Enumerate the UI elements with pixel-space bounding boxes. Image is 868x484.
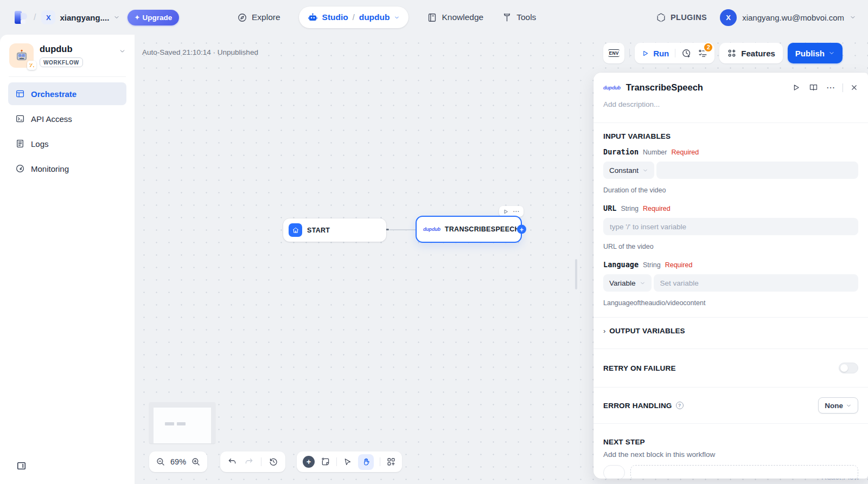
sidebar-item-label: Orchestrate xyxy=(31,89,76,99)
field-type: String xyxy=(621,205,639,212)
env-button[interactable]: ENV xyxy=(603,43,624,63)
nav-tools[interactable]: Tools xyxy=(502,12,536,23)
plugins-label: PLUGINS xyxy=(671,13,707,22)
node-start[interactable]: START xyxy=(283,218,386,242)
sidebar-item-orchestrate[interactable]: Orchestrate xyxy=(8,82,126,105)
zoom-level[interactable]: 69% xyxy=(170,457,186,466)
chevron-down-icon[interactable] xyxy=(394,15,400,21)
duration-value-input[interactable] xyxy=(656,162,858,179)
run-label: Run xyxy=(653,49,669,58)
user-email: xiangyang.wu@mobvoi.com xyxy=(742,13,844,22)
document-icon xyxy=(15,139,25,149)
node-play-icon[interactable] xyxy=(503,209,509,215)
chevron-down-icon xyxy=(640,280,646,286)
panel-resize-handle[interactable] xyxy=(575,259,577,289)
divider xyxy=(9,76,126,77)
chevron-down-icon xyxy=(828,50,835,56)
add-note-icon[interactable] xyxy=(321,457,330,467)
sidebar-item-api-access[interactable]: API Access xyxy=(8,107,126,130)
upgrade-button[interactable]: ✦ Upgrade xyxy=(127,10,179,25)
node-toolbar: ⋯ xyxy=(499,206,524,217)
close-icon[interactable] xyxy=(850,83,858,92)
add-block-button[interactable]: + xyxy=(303,456,315,468)
duration-mode-dropdown[interactable]: Constant xyxy=(603,162,654,179)
workspace-avatar: X xyxy=(41,10,55,24)
app-logo[interactable] xyxy=(13,10,28,25)
features-button[interactable]: Features xyxy=(719,43,783,63)
panel-play-icon[interactable] xyxy=(792,83,801,92)
divider xyxy=(675,49,675,57)
pointer-icon[interactable] xyxy=(343,457,352,467)
zoom-out-icon[interactable] xyxy=(156,457,165,467)
node-more-icon[interactable]: ⋯ xyxy=(513,208,520,215)
chevron-down-icon xyxy=(113,14,120,21)
field-help: Languageoftheaudio/videocontent xyxy=(603,299,858,307)
undo-icon[interactable] xyxy=(227,457,237,467)
field-help: Duration of the video xyxy=(603,186,858,194)
divider xyxy=(843,83,843,92)
sidebar-item-monitoring[interactable]: Monitoring xyxy=(8,157,126,180)
orchestrate-icon xyxy=(15,89,25,99)
language-value-input[interactable] xyxy=(654,274,858,292)
nav-plugins[interactable]: PLUGINS xyxy=(656,12,707,23)
sparkle-icon: ✦ xyxy=(135,14,139,21)
breadcrumb-slash: / xyxy=(34,12,36,22)
robot-icon xyxy=(308,12,318,23)
add-next-block-dropzone[interactable] xyxy=(630,465,858,479)
add-next-node-button[interactable]: + xyxy=(517,225,526,234)
user-avatar: X xyxy=(720,9,737,26)
run-button[interactable]: Run xyxy=(641,49,669,58)
hand-tool-icon[interactable] xyxy=(358,454,374,470)
nav-explore[interactable]: Explore xyxy=(237,12,280,23)
organize-blocks-icon[interactable] xyxy=(386,457,396,467)
collapse-sidebar-icon[interactable] xyxy=(16,461,27,471)
nav-studio[interactable]: Studio / dupdub xyxy=(299,7,409,28)
zoom-toolbar: 69% xyxy=(149,451,207,472)
url-value-input[interactable] xyxy=(603,218,858,235)
dupdub-logo: dupdub xyxy=(423,227,441,232)
redo-icon[interactable] xyxy=(244,457,254,467)
nav-knowledge[interactable]: Knowledge xyxy=(427,12,483,23)
hammer-icon xyxy=(502,12,512,23)
app-type-badge: WORKFLOW xyxy=(40,57,83,67)
account-menu[interactable]: X xiangyang.wu@mobvoi.com xyxy=(720,9,856,26)
app-avatar[interactable] xyxy=(9,43,34,68)
explore-icon xyxy=(237,12,247,23)
minimap-viewport xyxy=(154,408,211,443)
publish-button[interactable]: Publish xyxy=(788,43,843,63)
chevron-down-icon xyxy=(642,167,648,173)
field-name: URL xyxy=(603,204,616,212)
output-variables-section[interactable]: › OUTPUT VARIABLES xyxy=(593,317,868,349)
field-name: Language xyxy=(603,260,639,269)
studio-app-name[interactable]: dupdub xyxy=(359,12,390,22)
language-mode-dropdown[interactable]: Variable xyxy=(603,274,652,292)
version-history-icon[interactable] xyxy=(269,457,278,467)
next-step-subtitle: Add the next block in this workflow xyxy=(603,450,858,459)
workspace-switcher[interactable]: X xiangyang.... xyxy=(41,10,120,24)
studio-divider: / xyxy=(353,13,355,22)
tools-label: Tools xyxy=(516,12,536,22)
divider xyxy=(261,457,261,466)
zoom-in-icon[interactable] xyxy=(191,457,201,467)
sidebar-item-label: API Access xyxy=(31,114,72,124)
dropdown-value: Variable xyxy=(609,279,636,287)
node-transcribe-label: TRANSCRIBESPEECH xyxy=(445,225,520,233)
divider xyxy=(629,49,630,57)
studio-label: Studio xyxy=(322,12,348,22)
cube-icon xyxy=(656,12,666,23)
description-placeholder[interactable]: Add description... xyxy=(593,93,868,122)
panel-more-icon[interactable]: ⋯ xyxy=(826,83,835,92)
workspace-name: xiangyang.... xyxy=(60,13,109,22)
history-toolbar xyxy=(220,451,285,472)
field-help: URL of the video xyxy=(603,243,858,250)
minimap[interactable] xyxy=(149,402,215,443)
error-handling-dropdown[interactable]: None xyxy=(818,397,858,414)
gauge-icon xyxy=(15,164,25,173)
split-view-icon[interactable] xyxy=(809,83,818,92)
node-transcribespeech[interactable]: dupdub TRANSCRIBESPEECH + xyxy=(416,216,522,243)
run-history-icon[interactable] xyxy=(681,48,692,59)
checklist-icon[interactable]: 2 xyxy=(698,48,708,59)
retry-toggle[interactable] xyxy=(839,363,858,373)
sidebar-item-logs[interactable]: Logs xyxy=(8,132,126,155)
chevron-down-icon[interactable] xyxy=(119,48,126,55)
